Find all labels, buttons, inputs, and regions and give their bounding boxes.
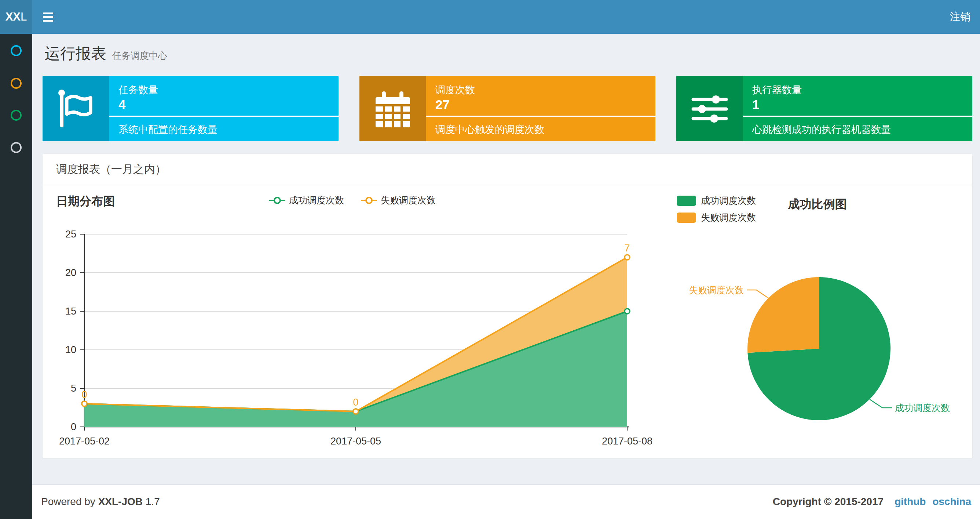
sidebar-toggle-button[interactable] [36,0,60,34]
line-marker-icon [269,197,285,204]
app-logo-light: L [21,10,27,24]
svg-text:0: 0 [81,389,87,400]
stat-card-jobs: 任务数量 4 系统中配置的任务数量 [43,76,339,141]
divider [109,116,339,117]
line-marker-icon [361,197,377,204]
success-ratio-section: 成功调度次数 失败调度次数 成功比例图 失败调度次数成功调度次数 [662,185,972,458]
line-chart: 05101520252017-05-022017-05-052017-05-08… [44,220,653,455]
circle-outline-icon [11,110,22,121]
legend-item-fail[interactable]: 失败调度次数 [361,194,436,206]
calendar-icon [360,76,426,141]
svg-text:2017-05-02: 2017-05-02 [59,436,110,447]
stat-desc: 系统中配置的任务数量 [118,123,218,136]
flag-icon [43,76,109,141]
hamburger-icon [43,13,53,14]
svg-text:失败调度次数: 失败调度次数 [689,285,744,295]
svg-text:0: 0 [71,422,76,433]
svg-text:25: 25 [65,229,76,240]
svg-text:成功调度次数: 成功调度次数 [895,402,950,413]
svg-text:20: 20 [65,267,76,278]
legend-label: 失败调度次数 [381,194,436,206]
top-navbar: XXL 注销 [0,0,980,34]
svg-text:2017-05-08: 2017-05-08 [602,436,652,447]
svg-text:7: 7 [624,243,630,254]
page-title: 运行报表 [45,45,107,62]
svg-text:0: 0 [353,397,358,408]
stat-title: 调度次数 [435,83,475,97]
date-distribution-section: 日期分布图 成功调度次数 失败调度次数 05101520252017-05-02… [43,185,662,458]
circle-outline-icon [11,45,22,56]
app-logo[interactable]: XXL [0,0,32,34]
circle-outline-icon [11,142,22,153]
github-link[interactable]: github [894,496,926,507]
circle-outline-icon [11,78,22,89]
page-subtitle: 任务调度中心 [112,50,167,61]
sidebar-item-2[interactable] [0,67,32,99]
logout-link[interactable]: 注销 [950,0,970,34]
panel-title: 调度报表（一月之内） [56,154,166,185]
sidebar-item-3[interactable] [0,99,32,131]
stat-value: 4 [118,97,126,112]
stat-card-triggers: 调度次数 27 调度中心触发的调度次数 [360,76,655,141]
report-panel: 调度报表（一月之内） 日期分布图 成功调度次数 失败调度次数 051015202… [43,154,972,458]
divider [743,116,972,117]
pie-chart-title: 成功比例图 [662,196,972,212]
divider [426,116,655,117]
svg-text:2017-05-05: 2017-05-05 [331,436,381,447]
legend-item-success[interactable]: 成功调度次数 [269,194,344,206]
copyright: Copyright © 2015-2017 github oschina [773,485,971,518]
sliders-icon [676,76,743,141]
svg-text:5: 5 [71,383,76,394]
legend-label: 成功调度次数 [289,194,344,206]
svg-text:15: 15 [65,306,76,317]
pie-chart: 失败调度次数成功调度次数 [679,220,972,455]
page-header: 运行报表任务调度中心 [45,43,167,64]
stat-title: 执行器数量 [752,83,802,97]
stat-desc: 调度中心触发的调度次数 [435,123,544,136]
sidebar [0,34,32,519]
stat-value: 27 [435,97,450,112]
footer: Powered by XXL-JOB 1.7 Copyright © 2015-… [32,484,980,519]
oschina-link[interactable]: oschina [932,496,971,507]
stat-card-executors: 执行器数量 1 心跳检测成功的执行器机器数量 [676,76,972,141]
sidebar-item-4[interactable] [0,131,32,164]
app-logo-bold: XX [5,10,21,24]
stat-title: 任务数量 [118,83,158,97]
product-name: XXL-JOB [98,496,143,507]
sidebar-item-1[interactable] [0,35,32,67]
panel-header: 调度报表（一月之内） [43,154,972,185]
product-version: 1.7 [143,496,160,507]
stat-value: 1 [752,97,759,112]
line-chart-legend: 成功调度次数 失败调度次数 [43,194,662,206]
powered-by: Powered by XXL-JOB 1.7 [41,485,160,518]
stat-desc: 心跳检测成功的执行器机器数量 [752,123,891,136]
copyright-text: Copyright © 2015-2017 [773,496,883,507]
svg-text:10: 10 [65,344,76,355]
